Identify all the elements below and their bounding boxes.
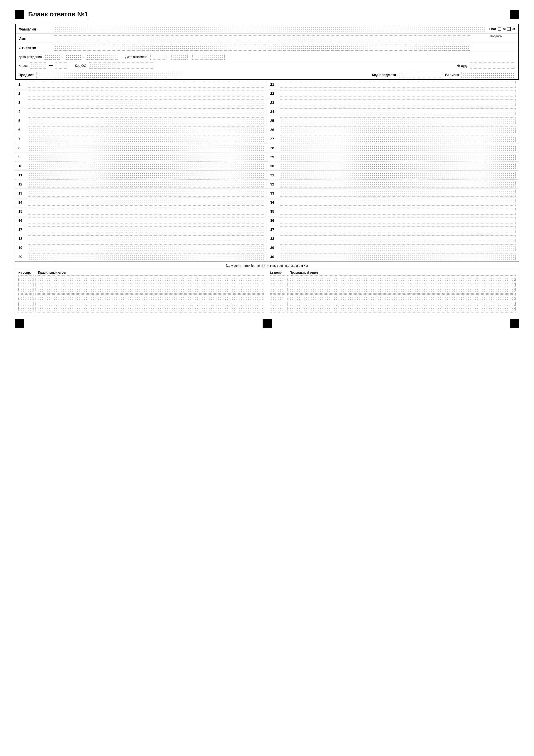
- repl-num-box-1-3[interactable]: [270, 294, 285, 300]
- answer-field-36[interactable]: [280, 217, 516, 224]
- answer-row-9: 9: [15, 152, 267, 162]
- answer-field-37[interactable]: [280, 226, 516, 233]
- predmet-field[interactable]: [36, 72, 182, 78]
- answer-row-18: 18: [15, 234, 267, 243]
- repl-num-box-0-2[interactable]: [18, 288, 34, 294]
- repl-ans-box-1-0[interactable]: [287, 276, 516, 281]
- m-checkbox[interactable]: [498, 27, 501, 31]
- answer-field-8[interactable]: [28, 145, 264, 151]
- answer-row-24: 24: [267, 107, 519, 116]
- answer-field-40[interactable]: [280, 254, 516, 260]
- repl-ans-box-1-2[interactable]: [287, 288, 516, 294]
- answer-field-5[interactable]: [28, 118, 264, 124]
- answer-field-35[interactable]: [280, 208, 516, 215]
- answer-field-38[interactable]: [280, 235, 516, 242]
- answer-field-34[interactable]: [280, 199, 516, 206]
- answer-field-21[interactable]: [280, 81, 516, 88]
- answer-row-25: 25: [267, 116, 519, 125]
- kod-predmeta-field[interactable]: [398, 72, 442, 78]
- answer-field-25[interactable]: [280, 118, 516, 124]
- repl-num-box-1-5[interactable]: [270, 307, 285, 312]
- answer-field-2[interactable]: [28, 90, 264, 97]
- answer-field-17[interactable]: [28, 226, 264, 233]
- otchestvo-field[interactable]: [54, 44, 470, 51]
- repl-ans-box-1-5[interactable]: [287, 307, 516, 312]
- answer-field-12[interactable]: [28, 181, 264, 187]
- answer-field-15[interactable]: [28, 208, 264, 215]
- answer-field-16[interactable]: [28, 217, 264, 224]
- page-footer: [15, 319, 519, 328]
- answer-field-3[interactable]: [28, 99, 264, 106]
- answer-field-11[interactable]: [28, 172, 264, 178]
- answer-row-11: 11: [15, 171, 267, 180]
- footer-square-left: [15, 319, 24, 328]
- familiya-field[interactable]: [54, 26, 485, 32]
- answer-field-18[interactable]: [28, 235, 264, 242]
- repl-num-box-0-4[interactable]: [18, 301, 34, 306]
- kod-oo-label: Код ОО: [75, 64, 86, 68]
- answer-field-19[interactable]: [28, 244, 264, 251]
- data-rozhd-yyyy[interactable]: [86, 54, 118, 60]
- answer-field-29[interactable]: [280, 154, 516, 160]
- kod-oo-field[interactable]: [89, 63, 154, 68]
- answer-field-9[interactable]: [28, 154, 264, 160]
- repl-ans-box-0-4[interactable]: [36, 301, 264, 306]
- podpis-box: Подпись: [473, 34, 519, 42]
- data-ekz-yyyy[interactable]: [192, 54, 225, 60]
- answer-row-2: 2: [15, 89, 267, 98]
- repl-num-box-0-0[interactable]: [18, 276, 34, 281]
- zh-checkbox[interactable]: [507, 27, 511, 31]
- repl-ans-box-0-2[interactable]: [36, 288, 264, 294]
- data-ekz-mm[interactable]: [171, 54, 188, 60]
- answer-field-7[interactable]: [28, 136, 264, 142]
- data-ekz-dd[interactable]: [150, 54, 166, 60]
- answer-field-13[interactable]: [28, 190, 264, 197]
- answers-left-col: 1234567891011121314151617181920: [15, 80, 267, 261]
- klass-suffix[interactable]: [55, 63, 67, 68]
- answer-field-26[interactable]: [280, 126, 516, 133]
- variant-field[interactable]: [462, 72, 515, 78]
- answer-field-23[interactable]: [280, 99, 516, 106]
- answer-row-12: 12: [15, 180, 267, 189]
- repl-ans-box-0-3[interactable]: [36, 294, 264, 300]
- answer-field-27[interactable]: [280, 136, 516, 142]
- repl-ans-box-0-0[interactable]: [36, 276, 264, 281]
- imya-field[interactable]: [54, 35, 470, 41]
- data-rozhd-dd[interactable]: [44, 54, 60, 60]
- answer-field-10[interactable]: [28, 163, 264, 169]
- repl-num-box-1-2[interactable]: [270, 288, 285, 294]
- answer-row-23: 23: [267, 98, 519, 107]
- m-label: М: [503, 27, 506, 31]
- header-corner-square-right: [510, 10, 519, 19]
- data-rozhd-mm[interactable]: [65, 54, 81, 60]
- answer-field-39[interactable]: [280, 244, 516, 251]
- repl-ans-box-1-3[interactable]: [287, 294, 516, 300]
- answer-field-4[interactable]: [28, 108, 264, 115]
- answer-field-31[interactable]: [280, 172, 516, 178]
- answer-field-20[interactable]: [28, 254, 264, 260]
- repl-num-box-0-5[interactable]: [18, 307, 34, 312]
- answer-field-32[interactable]: [280, 181, 516, 187]
- repl-num-box-0-3[interactable]: [18, 294, 34, 300]
- repl-row-1-3: [270, 294, 516, 300]
- answer-field-22[interactable]: [280, 90, 516, 97]
- answer-field-6[interactable]: [28, 126, 264, 133]
- imya-label: Имя: [19, 36, 51, 40]
- no-aud-field[interactable]: [470, 63, 515, 68]
- klass-field[interactable]: [30, 63, 46, 68]
- repl-num-box-1-1[interactable]: [270, 282, 285, 287]
- answer-field-30[interactable]: [280, 163, 516, 169]
- repl-num-box-1-4[interactable]: [270, 301, 285, 306]
- repl-ans-box-0-1[interactable]: [36, 282, 264, 287]
- repl-ans-box-1-1[interactable]: [287, 282, 516, 287]
- answer-field-14[interactable]: [28, 199, 264, 206]
- answer-field-1[interactable]: [28, 81, 264, 88]
- answer-field-28[interactable]: [280, 145, 516, 151]
- repl-ans-box-0-5[interactable]: [36, 307, 264, 312]
- repl-row-1-5: [270, 307, 516, 312]
- repl-ans-box-1-4[interactable]: [287, 301, 516, 306]
- answer-field-24[interactable]: [280, 108, 516, 115]
- repl-num-box-1-0[interactable]: [270, 276, 285, 281]
- repl-num-box-0-1[interactable]: [18, 282, 34, 287]
- answer-field-33[interactable]: [280, 190, 516, 197]
